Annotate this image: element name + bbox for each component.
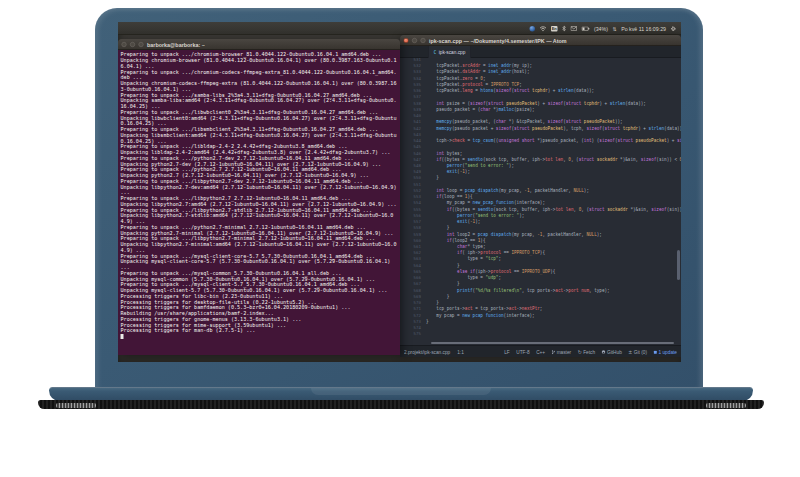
status-git[interactable]: ± Git (0): [628, 349, 647, 355]
top-panel: En (34%) ⇅ Po kvě 11 16:09:29: [118, 22, 681, 35]
atom-window-title: ipk-scan.cpp — ~/Dokumenty/4.semester/IP…: [429, 38, 567, 44]
battery-percentage: (34%): [594, 26, 608, 32]
tab-bar: C ipk-scan.cpp: [400, 46, 681, 58]
github-icon: [602, 350, 606, 354]
laptop-base-notch: [311, 388, 491, 395]
status-cursor-position[interactable]: 1:1: [457, 349, 464, 355]
laptop-mockup: En (34%) ⇅ Po kvě 11 16:09:29: [0, 0, 800, 477]
tab-label: ipk-scan.cpp: [439, 49, 466, 55]
status-branch[interactable]: master: [552, 349, 572, 355]
line-number: 575: [400, 331, 426, 337]
atom-window: ipk-scan.cpp — ~/Dokumenty/4.semester/IP…: [400, 35, 681, 357]
session-gear-icon[interactable]: [671, 26, 677, 32]
battery-icon[interactable]: [581, 26, 589, 31]
code-editor[interactable]: 530 tcph->urg_ptr = 0;531532 tcpPacket.s…: [400, 58, 681, 345]
terminal-maximize-button[interactable]: [139, 42, 144, 47]
terminal-output[interactable]: Preparing to unpack .../chromium-browser…: [118, 50, 400, 355]
status-encoding[interactable]: UTF-8: [516, 349, 529, 355]
code-line: 575: [400, 331, 681, 337]
status-line-ending[interactable]: LF: [504, 349, 510, 355]
status-file-path[interactable]: 2.projekt/ipk-scan.cpp: [404, 349, 450, 355]
clock[interactable]: Po kvě 11 16:09:29: [621, 26, 666, 32]
vertical-scrollbar[interactable]: [677, 250, 680, 280]
status-update[interactable]: 1 update: [654, 349, 677, 355]
branch-icon: [552, 350, 556, 355]
wifi-icon[interactable]: [539, 26, 546, 32]
rubber-foot-right: [706, 403, 746, 408]
atom-close-button[interactable]: [404, 38, 409, 43]
terminal-titlebar[interactable]: barborka@barborka: ~: [118, 39, 400, 50]
terminal-cursor: [121, 334, 124, 339]
updown-icon[interactable]: ⇅: [612, 26, 616, 32]
terminal-minimize-button[interactable]: [130, 42, 135, 47]
status-bar: 2.projekt/ipk-scan.cpp 1:1 LF UTF-8 C++ …: [400, 345, 681, 357]
atom-titlebar[interactable]: ipk-scan.cpp — ~/Dokumenty/4.semester/IP…: [400, 35, 681, 46]
tab-ipk-scan[interactable]: C ipk-scan.cpp: [428, 46, 471, 58]
bluetooth-icon[interactable]: [562, 26, 566, 32]
code-lines: 530 tcph->urg_ptr = 0;531532 tcpPacket.s…: [400, 58, 681, 337]
rubber-foot-left: [56, 403, 96, 408]
atom-minimize-button[interactable]: [412, 38, 417, 43]
status-github[interactable]: GitHub: [602, 349, 622, 355]
cpp-file-icon: C: [434, 50, 437, 55]
status-fetch[interactable]: ↻ Fetch: [578, 349, 595, 355]
screen-desktop: En (34%) ⇅ Po kvě 11 16:09:29: [118, 22, 681, 362]
status-language[interactable]: C++: [536, 349, 545, 355]
mail-icon[interactable]: [570, 26, 577, 31]
git-diff-icon: ±: [628, 349, 632, 355]
atom-maximize-button[interactable]: [421, 38, 426, 43]
laptop-bottom-edge: [38, 400, 764, 409]
app-icon[interactable]: [529, 26, 535, 32]
terminal-window: barborka@barborka: ~ Preparing to unpack…: [118, 39, 400, 355]
horizontal-scrollbar[interactable]: [431, 342, 674, 344]
terminal-text: Preparing to unpack .../chromium-browser…: [118, 50, 400, 341]
laptop-base: [49, 387, 753, 401]
terminal-close-button[interactable]: [122, 42, 127, 47]
terminal-title: barborka@barborka: ~: [147, 42, 205, 48]
keyboard-indicator[interactable]: En: [551, 26, 558, 32]
update-icon: [654, 350, 658, 354]
fetch-icon: ↻: [578, 349, 582, 355]
